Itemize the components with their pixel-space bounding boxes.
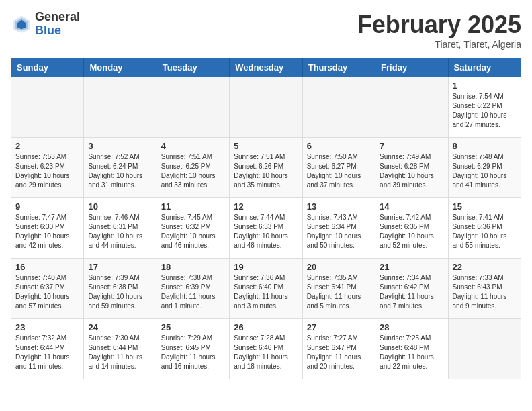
calendar-header-row: SundayMondayTuesdayWednesdayThursdayFrid… xyxy=(11,58,521,77)
calendar-cell: 10Sunrise: 7:46 AM Sunset: 6:31 PM Dayli… xyxy=(84,198,157,259)
calendar-cell: 13Sunrise: 7:43 AM Sunset: 6:34 PM Dayli… xyxy=(302,198,375,259)
calendar-table: SundayMondayTuesdayWednesdayThursdayFrid… xyxy=(11,58,521,379)
calendar-cell: 15Sunrise: 7:41 AM Sunset: 6:36 PM Dayli… xyxy=(448,198,521,259)
day-info: Sunrise: 7:27 AM Sunset: 6:47 PM Dayligh… xyxy=(307,334,371,371)
calendar-cell: 12Sunrise: 7:44 AM Sunset: 6:33 PM Dayli… xyxy=(230,198,302,259)
calendar-cell xyxy=(84,77,157,138)
day-header-monday: Monday xyxy=(84,58,157,77)
day-header-sunday: Sunday xyxy=(11,58,84,77)
calendar-week-5: 23Sunrise: 7:32 AM Sunset: 6:44 PM Dayli… xyxy=(11,319,521,379)
day-number: 5 xyxy=(234,141,298,151)
day-number: 6 xyxy=(307,141,371,151)
day-number: 19 xyxy=(234,262,298,272)
day-number: 3 xyxy=(88,141,152,151)
day-number: 21 xyxy=(380,262,443,272)
day-info: Sunrise: 7:39 AM Sunset: 6:38 PM Dayligh… xyxy=(88,273,152,311)
day-info: Sunrise: 7:48 AM Sunset: 6:29 PM Dayligh… xyxy=(453,152,517,190)
day-number: 22 xyxy=(453,262,517,272)
day-info: Sunrise: 7:35 AM Sunset: 6:41 PM Dayligh… xyxy=(307,273,371,311)
day-number: 2 xyxy=(15,141,79,151)
logo-general-text: General xyxy=(35,11,80,24)
calendar-cell: 1Sunrise: 7:54 AM Sunset: 6:22 PM Daylig… xyxy=(448,77,521,138)
day-number: 12 xyxy=(234,201,298,212)
day-header-tuesday: Tuesday xyxy=(157,58,229,77)
day-info: Sunrise: 7:30 AM Sunset: 6:44 PM Dayligh… xyxy=(88,334,152,371)
logo-text: General Blue xyxy=(35,11,80,38)
day-number: 15 xyxy=(453,201,517,212)
calendar-cell: 23Sunrise: 7:32 AM Sunset: 6:44 PM Dayli… xyxy=(11,319,84,379)
calendar-cell: 24Sunrise: 7:30 AM Sunset: 6:44 PM Dayli… xyxy=(84,319,157,379)
day-number: 14 xyxy=(380,201,443,212)
calendar-cell xyxy=(448,319,521,379)
day-info: Sunrise: 7:42 AM Sunset: 6:35 PM Dayligh… xyxy=(380,213,443,250)
day-header-saturday: Saturday xyxy=(448,58,521,77)
calendar-cell xyxy=(157,77,229,138)
day-info: Sunrise: 7:50 AM Sunset: 6:27 PM Dayligh… xyxy=(307,152,371,190)
day-number: 7 xyxy=(380,141,443,151)
day-number: 18 xyxy=(161,262,225,272)
calendar-cell xyxy=(375,77,448,138)
logo-blue-text: Blue xyxy=(35,24,80,38)
day-info: Sunrise: 7:46 AM Sunset: 6:31 PM Dayligh… xyxy=(88,213,152,250)
day-info: Sunrise: 7:54 AM Sunset: 6:22 PM Dayligh… xyxy=(453,92,517,130)
month-title: February 2025 xyxy=(357,11,521,39)
logo-icon xyxy=(11,13,32,35)
calendar-week-4: 16Sunrise: 7:40 AM Sunset: 6:37 PM Dayli… xyxy=(11,259,521,319)
calendar-cell: 2Sunrise: 7:53 AM Sunset: 6:23 PM Daylig… xyxy=(11,138,84,198)
calendar-cell xyxy=(230,77,302,138)
day-info: Sunrise: 7:34 AM Sunset: 6:42 PM Dayligh… xyxy=(380,273,443,311)
day-header-wednesday: Wednesday xyxy=(230,58,302,77)
calendar-cell: 5Sunrise: 7:51 AM Sunset: 6:26 PM Daylig… xyxy=(230,138,302,198)
day-info: Sunrise: 7:51 AM Sunset: 6:25 PM Dayligh… xyxy=(161,152,225,190)
calendar-cell: 11Sunrise: 7:45 AM Sunset: 6:32 PM Dayli… xyxy=(157,198,229,259)
day-number: 24 xyxy=(88,322,152,332)
day-info: Sunrise: 7:25 AM Sunset: 6:48 PM Dayligh… xyxy=(380,334,443,371)
calendar-cell: 28Sunrise: 7:25 AM Sunset: 6:48 PM Dayli… xyxy=(375,319,448,379)
calendar-cell: 26Sunrise: 7:28 AM Sunset: 6:46 PM Dayli… xyxy=(230,319,302,379)
day-number: 4 xyxy=(161,141,225,151)
day-number: 11 xyxy=(161,201,225,212)
day-info: Sunrise: 7:44 AM Sunset: 6:33 PM Dayligh… xyxy=(234,213,298,250)
day-number: 8 xyxy=(453,141,517,151)
logo: General Blue xyxy=(11,11,80,38)
calendar-cell: 6Sunrise: 7:50 AM Sunset: 6:27 PM Daylig… xyxy=(302,138,375,198)
page-header: General Blue February 2025 Tiaret, Tiare… xyxy=(11,11,521,50)
calendar-week-1: 1Sunrise: 7:54 AM Sunset: 6:22 PM Daylig… xyxy=(11,77,521,138)
calendar-cell: 7Sunrise: 7:49 AM Sunset: 6:28 PM Daylig… xyxy=(375,138,448,198)
calendar-cell xyxy=(302,77,375,138)
day-info: Sunrise: 7:49 AM Sunset: 6:28 PM Dayligh… xyxy=(380,152,443,190)
calendar-week-2: 2Sunrise: 7:53 AM Sunset: 6:23 PM Daylig… xyxy=(11,138,521,198)
calendar-cell: 16Sunrise: 7:40 AM Sunset: 6:37 PM Dayli… xyxy=(11,259,84,319)
calendar-cell: 21Sunrise: 7:34 AM Sunset: 6:42 PM Dayli… xyxy=(375,259,448,319)
title-block: February 2025 Tiaret, Tiaret, Algeria xyxy=(357,11,521,50)
day-header-friday: Friday xyxy=(375,58,448,77)
day-info: Sunrise: 7:28 AM Sunset: 6:46 PM Dayligh… xyxy=(234,334,298,371)
day-info: Sunrise: 7:38 AM Sunset: 6:39 PM Dayligh… xyxy=(161,273,225,311)
calendar-cell: 9Sunrise: 7:47 AM Sunset: 6:30 PM Daylig… xyxy=(11,198,84,259)
day-info: Sunrise: 7:32 AM Sunset: 6:44 PM Dayligh… xyxy=(15,334,79,371)
location-subtitle: Tiaret, Tiaret, Algeria xyxy=(357,39,521,50)
day-number: 26 xyxy=(234,322,298,332)
calendar-cell: 22Sunrise: 7:33 AM Sunset: 6:43 PM Dayli… xyxy=(448,259,521,319)
day-info: Sunrise: 7:51 AM Sunset: 6:26 PM Dayligh… xyxy=(234,152,298,190)
day-info: Sunrise: 7:33 AM Sunset: 6:43 PM Dayligh… xyxy=(453,273,517,311)
day-header-thursday: Thursday xyxy=(302,58,375,77)
calendar-cell: 14Sunrise: 7:42 AM Sunset: 6:35 PM Dayli… xyxy=(375,198,448,259)
calendar-cell: 8Sunrise: 7:48 AM Sunset: 6:29 PM Daylig… xyxy=(448,138,521,198)
calendar-cell: 18Sunrise: 7:38 AM Sunset: 6:39 PM Dayli… xyxy=(157,259,229,319)
calendar-cell: 3Sunrise: 7:52 AM Sunset: 6:24 PM Daylig… xyxy=(84,138,157,198)
calendar-cell: 20Sunrise: 7:35 AM Sunset: 6:41 PM Dayli… xyxy=(302,259,375,319)
day-number: 13 xyxy=(307,201,371,212)
day-number: 17 xyxy=(88,262,152,272)
day-info: Sunrise: 7:43 AM Sunset: 6:34 PM Dayligh… xyxy=(307,213,371,250)
day-number: 25 xyxy=(161,322,225,332)
calendar-cell xyxy=(11,77,84,138)
calendar-cell: 17Sunrise: 7:39 AM Sunset: 6:38 PM Dayli… xyxy=(84,259,157,319)
day-info: Sunrise: 7:29 AM Sunset: 6:45 PM Dayligh… xyxy=(161,334,225,371)
day-number: 27 xyxy=(307,322,371,332)
day-number: 10 xyxy=(88,201,152,212)
day-number: 28 xyxy=(380,322,443,332)
day-number: 1 xyxy=(453,81,517,91)
day-info: Sunrise: 7:41 AM Sunset: 6:36 PM Dayligh… xyxy=(453,213,517,250)
day-info: Sunrise: 7:36 AM Sunset: 6:40 PM Dayligh… xyxy=(234,273,298,311)
